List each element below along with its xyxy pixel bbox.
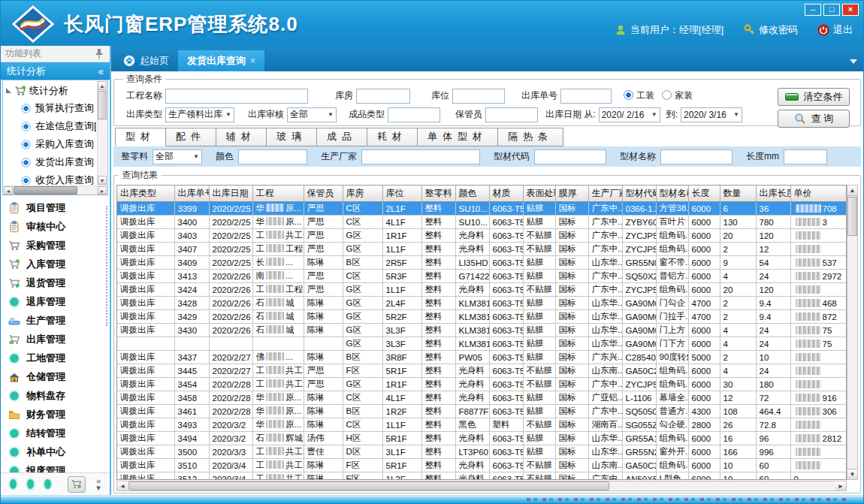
- footer-dot-icon[interactable]: [44, 479, 51, 489]
- column-header[interactable]: 库位: [382, 186, 421, 202]
- minimize-button[interactable]: –: [805, 4, 821, 16]
- collapse-icon[interactable]: «: [98, 67, 104, 76]
- color-input[interactable]: [238, 149, 307, 164]
- sidebar-item-4[interactable]: 退货管理: [1, 273, 110, 292]
- menu-resize-grip[interactable]: [106, 206, 108, 326]
- sidebar-item-5[interactable]: 退库管理: [1, 292, 110, 311]
- table-row[interactable]: 调拨出库34542020/2/28工共工程严思G区1R1F整料光身料6063-T…: [117, 378, 847, 391]
- column-header[interactable]: 工程: [252, 186, 304, 202]
- table-row[interactable]: 调拨出库34452020/2/27工共工程严思F区5R1F整料光身料6063-T…: [117, 364, 847, 378]
- whole-select[interactable]: 全部▼: [153, 149, 202, 164]
- sidebar-item-12[interactable]: 结转管理: [1, 424, 110, 442]
- column-header[interactable]: 出库类型: [117, 186, 174, 202]
- sidebar-item-2[interactable]: 采购管理: [1, 236, 110, 255]
- audit-select[interactable]: 全部▼: [287, 107, 337, 122]
- footer-dot-icon[interactable]: [27, 479, 34, 489]
- table-row[interactable]: 调拨出库34242020/2/26工工程严思G区1L1F整料光身料6063-T5…: [117, 283, 847, 297]
- table-row[interactable]: 调拨出库33992020/2/25华原...严思C区2L1F整料SU10...6…: [117, 202, 847, 216]
- change-password-button[interactable]: 修改密码: [743, 23, 798, 37]
- column-header[interactable]: 长度: [688, 186, 720, 202]
- column-header[interactable]: 出库日期: [209, 186, 252, 202]
- table-row[interactable]: 调拨出库34302020/2/26石城陈琳G区3L3F整料KLM38176063…: [117, 324, 847, 337]
- scroll-right-icon[interactable]: ►: [835, 481, 846, 490]
- table-row[interactable]: 调拨出库34942020/3/2石辉城汤伟H区5R1F整料光身料6063-T5贴…: [117, 432, 847, 445]
- column-header[interactable]: 颜色: [455, 186, 489, 202]
- material-tab-3[interactable]: 玻璃: [267, 128, 317, 146]
- clear-conditions-button[interactable]: 清空条件: [778, 88, 850, 106]
- tab-home[interactable]: 起始页: [114, 50, 178, 71]
- sidebar-item-0[interactable]: 项目管理: [1, 198, 110, 217]
- section-header-statistics[interactable]: 统计分析 «: [1, 62, 110, 80]
- profile-code-input[interactable]: [534, 149, 606, 164]
- table-row[interactable]: 调拨出库34092020/2/25长...陈琳B区2R5F整料LI35HD606…: [117, 256, 847, 270]
- tree-item-4[interactable]: 收货入库查询: [5, 171, 96, 185]
- maker-input[interactable]: [361, 149, 480, 164]
- sidebar-item-3[interactable]: 入库管理: [1, 255, 110, 273]
- scroll-thumb[interactable]: [14, 186, 77, 195]
- warehouse-input[interactable]: [356, 89, 410, 104]
- tree-item-1[interactable]: 在途信息查询[待: [5, 117, 96, 135]
- sidebar-item-10[interactable]: 物料盘存: [1, 386, 110, 405]
- column-header[interactable]: 保管员: [304, 186, 343, 202]
- keeper-input[interactable]: [485, 107, 538, 122]
- table-row[interactable]: 调拨出库34282020/2/26石城陈琳G区2L4F整料KLM38176063…: [117, 297, 847, 310]
- table-horizontal-scrollbar[interactable]: ◄ ►: [116, 481, 847, 491]
- tree-vertical-scrollbar[interactable]: ▲ ▼: [97, 81, 107, 185]
- sidebar-item-8[interactable]: 工地管理: [1, 349, 110, 367]
- tree-item-3[interactable]: 发货出库查询: [5, 153, 96, 171]
- table-row[interactable]: 调拨出库34072020/2/25工工程严思G区1L1F整料光身料6063-T5…: [117, 243, 847, 256]
- column-header[interactable]: 型材名称: [656, 186, 688, 202]
- column-header[interactable]: 材质: [489, 186, 523, 202]
- sidebar-item-11[interactable]: 财务管理: [1, 405, 110, 424]
- scroll-right-icon[interactable]: ►: [98, 186, 107, 195]
- material-tab-7[interactable]: 隔热条: [498, 128, 563, 146]
- scroll-down-icon[interactable]: ▼: [98, 176, 107, 185]
- column-header[interactable]: 表面处理: [523, 186, 555, 202]
- column-header[interactable]: 数量: [720, 186, 756, 202]
- table-row[interactable]: 调拨出库34612020/2/28华原...陈琳B区1R2F整料F8877FT6…: [117, 405, 847, 418]
- tab-close-icon[interactable]: ×: [250, 56, 255, 66]
- tree-item-0[interactable]: 预算执行查询: [5, 99, 96, 117]
- scroll-up-icon[interactable]: ▲: [98, 81, 107, 90]
- sidebar-item-14[interactable]: 报废管理: [1, 461, 110, 472]
- material-tab-6[interactable]: 单体型材: [418, 128, 498, 146]
- table-row[interactable]: 调拨出库35102020/3/4工共工程陈琳F区5R1F整料光身料6063-T5…: [117, 459, 847, 472]
- table-row[interactable]: 调拨出库34132020/2/26南...严思C区5R3F整料G71422606…: [117, 270, 847, 283]
- sidebar-item-7[interactable]: 出库管理: [1, 330, 110, 349]
- table-vertical-scrollbar[interactable]: ▲ ▼: [847, 185, 858, 480]
- table-row[interactable]: 调拨出库34932020/3/2华原...陈琳C区1L1F整料黑色塑料不贴膜国标…: [117, 418, 847, 432]
- sidebar-item-9[interactable]: 仓储管理: [1, 367, 110, 386]
- scroll-thumb[interactable]: [98, 91, 107, 119]
- tab-overflow-dropdown-icon[interactable]: [850, 59, 857, 64]
- table-row[interactable]: 调拨出库34372020/2/27佛...陈琳B区3R8F整料PW056063-…: [117, 351, 847, 364]
- tab-shipping-outbound-query[interactable]: 发货出库查询 ×: [178, 50, 264, 71]
- scroll-down-icon[interactable]: ▼: [847, 469, 857, 479]
- date-to-select[interactable]: 2020/ 3/16▼: [681, 107, 742, 122]
- profile-name-input[interactable]: [660, 149, 733, 164]
- radio-selected-icon[interactable]: [624, 90, 633, 100]
- location-input[interactable]: [452, 89, 505, 104]
- radio-icon[interactable]: [662, 90, 672, 100]
- table-row[interactable]: 调拨出库35122020/3/4工共工程陈琳F区1L2F整料光身料6063-T5…: [117, 472, 847, 481]
- close-button[interactable]: ×: [842, 4, 859, 16]
- table-row[interactable]: 调拨出库34292020/2/26石城陈琳G区5R2F整料KLM38176063…: [117, 310, 847, 324]
- column-header[interactable]: 生产厂家: [588, 186, 622, 202]
- radio-jiazhuang[interactable]: 家装: [662, 89, 700, 102]
- outbound-type-select[interactable]: 生产领料出库▼: [165, 107, 234, 122]
- column-header[interactable]: 库房: [343, 186, 382, 202]
- scroll-left-icon[interactable]: ◄: [4, 186, 13, 195]
- footer-overflow-icon[interactable]: »▾: [96, 478, 101, 491]
- material-tab-0[interactable]: 型材: [115, 128, 166, 146]
- sidebar-item-6[interactable]: 生产管理: [1, 311, 110, 330]
- column-header[interactable]: 整零料: [421, 186, 455, 202]
- pin-icon[interactable]: [93, 48, 105, 60]
- logout-button[interactable]: 退出: [817, 23, 853, 37]
- footer-dot-icon[interactable]: [10, 479, 17, 489]
- product-type-input[interactable]: [388, 107, 440, 122]
- tree-expander-icon[interactable]: [6, 88, 11, 93]
- table-row[interactable]: G区3L3F整料KLM38176063-T5贴膜国标山东华...GA90M09.…: [117, 337, 847, 351]
- scroll-thumb[interactable]: [128, 481, 609, 490]
- scroll-left-icon[interactable]: ◄: [117, 481, 128, 490]
- date-from-select[interactable]: 2020/ 2/16▼: [599, 107, 660, 122]
- project-name-input[interactable]: [165, 89, 308, 104]
